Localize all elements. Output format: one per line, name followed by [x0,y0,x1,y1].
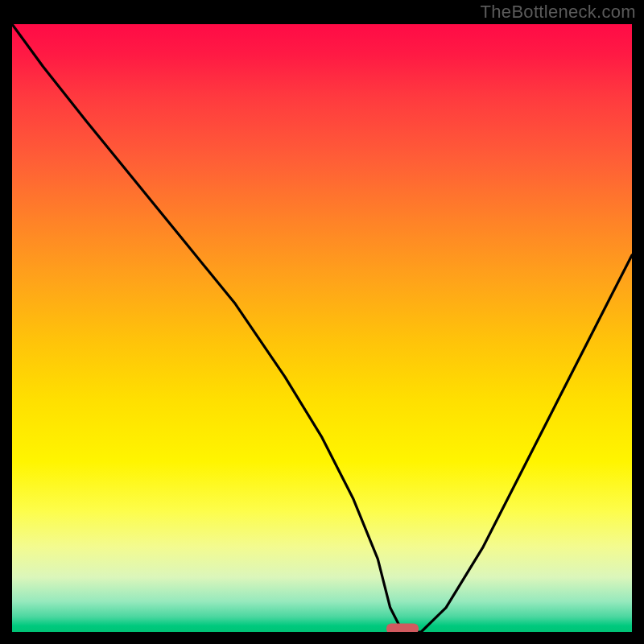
chart-frame: TheBottleneck.com [0,0,644,644]
bottleneck-curve-path [12,24,632,632]
optimal-marker [386,624,419,632]
watermark-label: TheBottleneck.com [481,2,636,23]
bottleneck-curve [12,24,632,632]
plot-area [12,24,632,632]
